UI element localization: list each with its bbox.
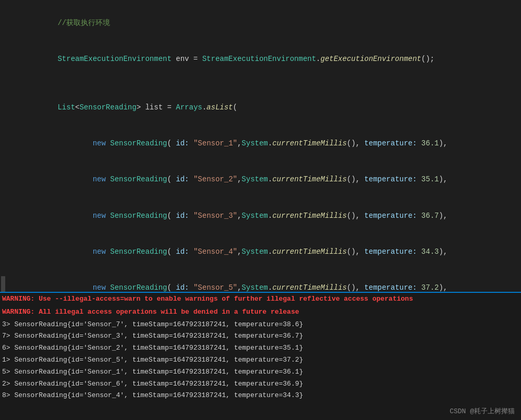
warning-line-1: WARNING: Use --illegal-access=warn to en… [0,293,521,306]
output-line-2: 7> SensorReading{id='Sensor_3', timeStam… [0,330,521,342]
output-line-5: 5> SensorReading{id='Sensor_1', timeStam… [0,366,521,378]
watermark: CSDN @耗子上树撵猫 [450,406,515,416]
code-line-1: //获取执行环境 [31,5,511,41]
code-line-9: new SensorReading( id: "Sensor_5",System… [31,270,511,292]
output-line-3: 6> SensorReading{id='Sensor_2', timeStam… [0,342,521,354]
code-line-8: new SensorReading( id: "Sensor_4",System… [31,234,511,270]
code-line-5: new SensorReading( id: "Sensor_1",System… [31,126,511,162]
output-line-7: 8> SensorReading{id='Sensor_4', timeStam… [0,390,521,402]
class-stream-exec: StreamExecutionEnvironment [57,55,171,63]
scroll-indicator [1,276,5,292]
output-line-6: 2> SensorReading{id='Sensor_6', timeStam… [0,378,521,390]
warning-line-2: WARNING: All illegal access operations w… [0,306,521,319]
code-line-6: new SensorReading( id: "Sensor_2",System… [31,162,511,197]
code-line-2: StreamExecutionEnvironment env = StreamE… [31,41,511,77]
code-editor: //获取执行环境 StreamExecutionEnvironment env … [0,0,521,292]
output-line-1: 3> SensorReading{id='Sensor_7', timeStam… [0,319,521,331]
main-container: //获取执行环境 StreamExecutionEnvironment env … [0,0,521,420]
code-line-4: List<SensorReading> list = Arrays.asList… [31,90,511,126]
comment-1: //获取执行环境 [57,19,110,27]
code-line-3 [31,78,511,90]
output-line-4: 1> SensorReading{id='Sensor_5', timeStam… [0,354,521,366]
output-panel: WARNING: Use --illegal-access=warn to en… [0,292,521,420]
code-line-7: new SensorReading( id: "Sensor_3",System… [31,198,511,234]
